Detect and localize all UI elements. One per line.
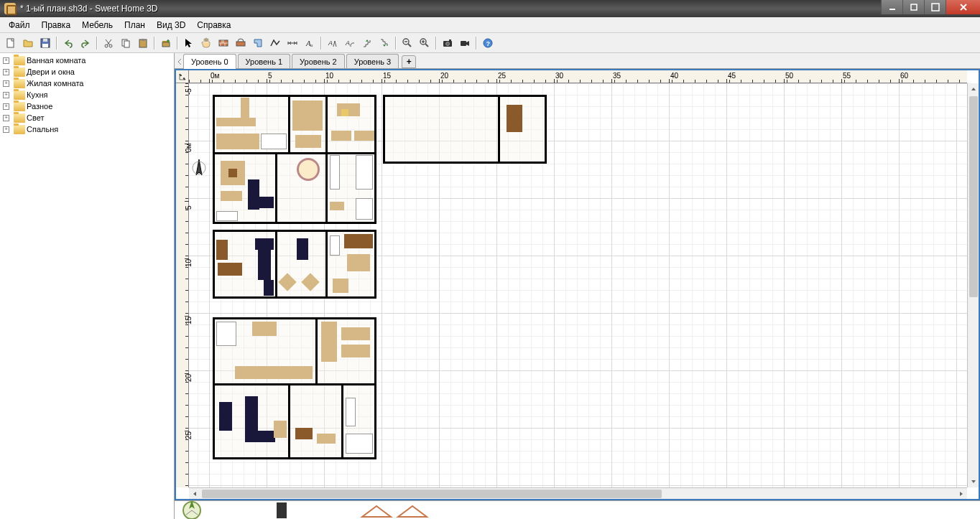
room-tool-icon[interactable] bbox=[250, 35, 266, 51]
camera-video-icon[interactable] bbox=[457, 35, 473, 51]
furniture-item[interactable] bbox=[317, 434, 336, 444]
undo-icon[interactable] bbox=[60, 35, 76, 51]
furniture-item[interactable] bbox=[356, 198, 373, 220]
furniture-item[interactable] bbox=[507, 105, 522, 132]
furniture-item[interactable] bbox=[321, 322, 337, 362]
interior-wall[interactable] bbox=[275, 152, 277, 224]
view-3d-panel[interactable] bbox=[175, 500, 980, 519]
menu-furniture[interactable]: Мебель bbox=[76, 19, 119, 32]
catalog-category[interactable]: +Жилая комната bbox=[1, 78, 172, 89]
furniture-item[interactable] bbox=[341, 109, 348, 116]
save-icon[interactable] bbox=[37, 35, 53, 51]
furniture-item[interactable] bbox=[235, 366, 313, 379]
furniture-item[interactable] bbox=[330, 202, 344, 210]
expand-icon[interactable]: + bbox=[3, 80, 9, 87]
interior-wall[interactable] bbox=[288, 383, 290, 459]
interior-wall[interactable] bbox=[498, 95, 500, 164]
furniture-item[interactable] bbox=[216, 322, 236, 346]
scrollbar-thumb[interactable] bbox=[202, 490, 662, 498]
select-tool-icon[interactable] bbox=[181, 35, 197, 51]
furniture-catalog-panel[interactable]: +Ванная комната +Двери и окна +Жилая ком… bbox=[0, 53, 175, 519]
furniture-item[interactable] bbox=[297, 158, 320, 181]
catalog-category[interactable]: +Двери и окна bbox=[1, 66, 172, 78]
tab-level-3[interactable]: Уровень 3 bbox=[346, 54, 399, 68]
interior-wall[interactable] bbox=[341, 383, 343, 459]
furniture-item[interactable] bbox=[259, 197, 274, 208]
furniture-item[interactable] bbox=[337, 103, 360, 116]
furniture-item[interactable] bbox=[252, 322, 277, 336]
menu-plan[interactable]: План bbox=[119, 19, 151, 32]
wall-tool-icon[interactable] bbox=[216, 35, 231, 51]
furniture-item[interactable] bbox=[295, 135, 321, 148]
furniture-item[interactable] bbox=[346, 398, 356, 426]
cut-icon[interactable] bbox=[101, 35, 116, 51]
expand-icon[interactable]: + bbox=[3, 57, 9, 64]
furniture-item[interactable] bbox=[331, 131, 351, 141]
furniture-item[interactable] bbox=[228, 169, 237, 177]
dimension-auto-icon[interactable]: A bbox=[325, 35, 341, 51]
help-icon[interactable]: ? bbox=[480, 35, 496, 51]
tab-level-1[interactable]: Уровень 1 bbox=[238, 54, 291, 68]
restore-button[interactable] bbox=[902, 0, 924, 14]
menu-file[interactable]: Файл bbox=[3, 19, 36, 32]
interior-wall[interactable] bbox=[315, 317, 318, 383]
furniture-item[interactable] bbox=[297, 238, 308, 260]
furniture-item[interactable] bbox=[218, 263, 242, 276]
minimize-button[interactable] bbox=[881, 0, 902, 14]
new-file-icon[interactable] bbox=[3, 35, 19, 51]
catalog-category[interactable]: +Спальня bbox=[1, 123, 172, 135]
menu-help[interactable]: Справка bbox=[191, 19, 236, 32]
furniture-item[interactable] bbox=[219, 402, 232, 431]
furniture-item[interactable] bbox=[245, 431, 275, 442]
interior-wall[interactable] bbox=[275, 230, 277, 299]
tab-level-2[interactable]: Уровень 2 bbox=[292, 54, 345, 68]
furniture-item[interactable] bbox=[248, 179, 259, 210]
furniture-item[interactable] bbox=[221, 191, 242, 201]
furniture-item[interactable] bbox=[274, 421, 287, 438]
expand-icon[interactable]: + bbox=[3, 92, 9, 98]
furniture-item[interactable] bbox=[347, 254, 370, 271]
interior-wall[interactable] bbox=[213, 152, 376, 154]
scroll-up-arrow-icon[interactable] bbox=[968, 83, 979, 95]
interior-wall[interactable] bbox=[325, 95, 328, 154]
furniture-item[interactable] bbox=[245, 396, 258, 431]
polyline-tool-icon[interactable] bbox=[267, 35, 283, 51]
plan-scrollbar-horizontal[interactable] bbox=[189, 487, 967, 499]
dimension-tool-icon[interactable] bbox=[285, 35, 300, 51]
furniture-item[interactable] bbox=[216, 240, 228, 260]
interior-wall[interactable] bbox=[213, 383, 376, 385]
furniture-item[interactable] bbox=[341, 327, 370, 340]
level-up-icon[interactable] bbox=[359, 35, 375, 51]
furniture-item[interactable] bbox=[292, 100, 323, 131]
furniture-item[interactable] bbox=[261, 134, 287, 149]
furniture-item[interactable] bbox=[216, 211, 238, 221]
compass-icon[interactable] bbox=[192, 158, 206, 178]
expand-icon[interactable]: + bbox=[3, 69, 9, 75]
expand-icon[interactable]: + bbox=[3, 115, 9, 121]
tab-scroll-left-icon[interactable] bbox=[177, 58, 182, 65]
catalog-category[interactable]: +Разное bbox=[1, 100, 172, 112]
camera-photo-icon[interactable] bbox=[440, 35, 456, 51]
furniture-item[interactable] bbox=[330, 155, 340, 190]
level-down-icon[interactable] bbox=[376, 35, 392, 51]
furniture-item[interactable] bbox=[216, 118, 256, 126]
furniture-item[interactable] bbox=[241, 98, 249, 126]
arc-wall-icon[interactable] bbox=[233, 35, 249, 51]
scrollbar-thumb[interactable] bbox=[969, 96, 978, 297]
dimension-arc-icon[interactable]: A bbox=[342, 35, 358, 51]
expand-icon[interactable]: + bbox=[3, 126, 9, 133]
text-tool-icon[interactable]: Aa bbox=[302, 35, 318, 51]
scroll-down-arrow-icon[interactable] bbox=[968, 476, 979, 487]
furniture-item[interactable] bbox=[344, 234, 373, 248]
furniture-item[interactable] bbox=[255, 238, 274, 250]
furniture-item[interactable] bbox=[333, 279, 348, 293]
pan-tool-icon[interactable] bbox=[198, 35, 214, 51]
compass-3d-icon[interactable] bbox=[179, 497, 205, 519]
expand-icon[interactable]: + bbox=[3, 103, 9, 110]
catalog-category[interactable]: +Свет bbox=[1, 112, 172, 123]
furniture-item[interactable] bbox=[264, 280, 274, 296]
furniture-item[interactable] bbox=[216, 134, 259, 149]
furniture-item[interactable] bbox=[258, 250, 271, 280]
interior-wall[interactable] bbox=[288, 95, 290, 154]
zoom-out-icon[interactable] bbox=[399, 35, 415, 51]
